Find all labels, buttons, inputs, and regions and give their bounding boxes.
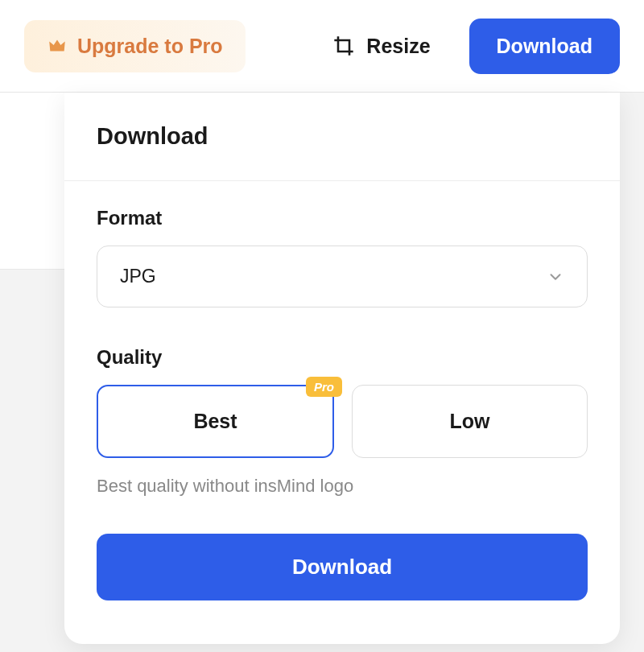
pro-badge: Pro (306, 377, 342, 397)
quality-option-low[interactable]: Low (352, 385, 588, 458)
upgrade-to-pro-button[interactable]: Upgrade to Pro (24, 20, 246, 72)
resize-label: Resize (366, 35, 430, 58)
resize-button[interactable]: Resize (318, 25, 444, 68)
format-value: JPG (120, 266, 156, 287)
quality-option-label: Best (193, 410, 237, 432)
quality-section: Quality Pro Best Low Best quality withou… (97, 346, 588, 497)
quality-hint: Best quality without insMind logo (97, 476, 588, 497)
download-button-main[interactable]: Download (97, 534, 588, 600)
quality-label: Quality (97, 346, 588, 369)
format-label: Format (97, 207, 588, 229)
chevron-down-icon (547, 268, 564, 286)
upgrade-label: Upgrade to Pro (77, 35, 223, 58)
download-panel: Download Format JPG (64, 93, 620, 644)
quality-option-best[interactable]: Pro Best (97, 385, 334, 458)
panel-body: Format JPG Quality Pro Best Low (64, 181, 620, 626)
crop-icon (332, 35, 355, 57)
close-button[interactable] (581, 127, 588, 146)
crown-icon (47, 35, 68, 56)
format-select[interactable]: JPG (97, 246, 588, 307)
download-button-toolbar[interactable]: Download (469, 19, 620, 74)
backdrop: Download Format JPG (0, 93, 644, 652)
quality-option-label: Low (450, 410, 490, 432)
quality-options: Pro Best Low (97, 385, 588, 458)
panel-header: Download (64, 93, 620, 181)
panel-title: Download (97, 123, 208, 150)
toolbar: Upgrade to Pro Resize Download (0, 0, 644, 93)
